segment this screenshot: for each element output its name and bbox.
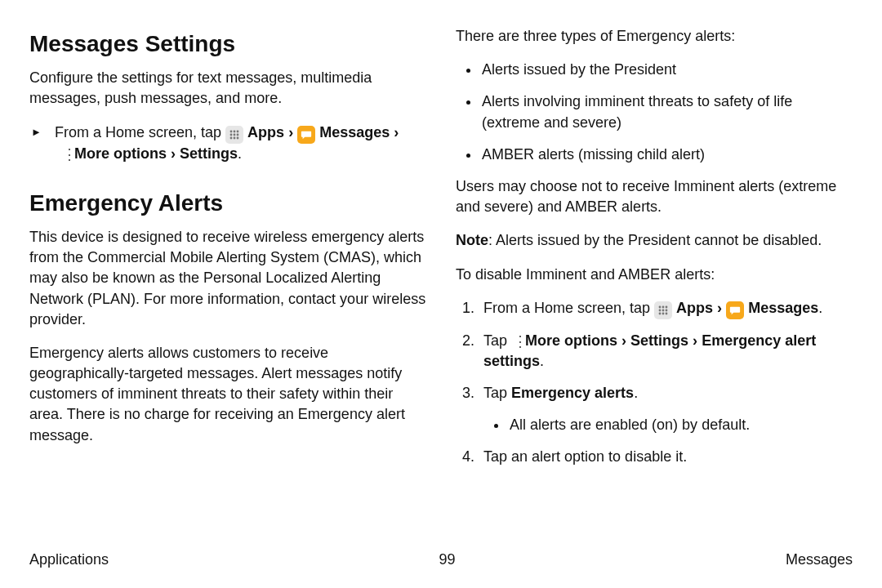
alert-types-list: Alerts issued by the President Alerts in… [456, 60, 853, 165]
more-options-label: More options › Settings [74, 145, 238, 162]
svg-point-5 [237, 133, 239, 136]
svg-point-16 [662, 312, 665, 314]
svg-point-13 [662, 309, 665, 311]
list-item: Tap an alert option to disable it. [479, 447, 853, 467]
messages-icon [726, 301, 744, 319]
step-text: From a Home screen, tap [55, 124, 225, 140]
apps-icon [225, 126, 243, 144]
alert-types-intro: There are three types of Emergency alert… [456, 26, 853, 47]
svg-point-0 [230, 130, 233, 132]
note-paragraph: Note: Alerts issued by the President can… [456, 230, 853, 251]
svg-point-7 [234, 136, 236, 139]
svg-point-10 [662, 305, 665, 308]
footer-left: Applications [29, 550, 109, 570]
footer-page-number: 99 [439, 550, 455, 570]
more-options-icon [511, 332, 521, 349]
emergency-paragraph-2: Emergency alerts allows customers to rec… [29, 343, 426, 446]
footer-right: Messages [786, 550, 853, 570]
list-item: Alerts issued by the President [480, 60, 853, 80]
svg-point-2 [237, 130, 239, 132]
svg-point-3 [230, 133, 233, 136]
list-item: All alerts are enabled (on) by default. [508, 415, 853, 435]
intro-paragraph: Configure the settings for text messages… [29, 68, 426, 109]
svg-point-6 [230, 136, 233, 139]
svg-point-11 [666, 305, 668, 308]
apps-label: Apps › [247, 124, 297, 140]
svg-point-15 [659, 312, 662, 314]
disable-steps-list: From a Home screen, tap Apps › Messages.… [456, 298, 853, 468]
disable-intro: To disable Imminent and AMBER alerts: [456, 265, 853, 285]
emergency-paragraph-1: This device is designed to receive wirel… [29, 227, 426, 330]
opt-out-paragraph: Users may choose not to receive Imminent… [456, 176, 853, 217]
svg-point-12 [659, 309, 662, 311]
heading-messages-settings: Messages Settings [29, 28, 426, 60]
right-column: There are three types of Emergency alert… [456, 26, 853, 479]
navigation-steps: ► From a Home screen, tap Apps › Message… [41, 122, 426, 164]
page-footer: Applications 99 Messages [29, 550, 853, 570]
list-item: Tap More options › Settings › Emergency … [479, 331, 853, 372]
list-item: Alerts involving imminent threats to saf… [480, 91, 853, 132]
svg-point-9 [659, 305, 662, 308]
left-column: Messages Settings Configure the settings… [29, 26, 426, 479]
svg-point-8 [237, 136, 239, 139]
messages-label: Messages › [319, 124, 399, 140]
svg-point-17 [666, 312, 668, 314]
more-options-icon [60, 145, 70, 162]
list-item: Tap Emergency alerts. All alerts are ena… [479, 383, 853, 435]
heading-emergency-alerts: Emergency Alerts [29, 187, 426, 219]
messages-icon [297, 126, 315, 144]
list-item: AMBER alerts (missing child alert) [480, 145, 853, 165]
svg-point-1 [234, 130, 236, 132]
apps-icon [654, 301, 672, 319]
svg-point-4 [234, 133, 236, 136]
svg-point-14 [666, 309, 668, 311]
list-item: From a Home screen, tap Apps › Messages. [479, 298, 853, 319]
